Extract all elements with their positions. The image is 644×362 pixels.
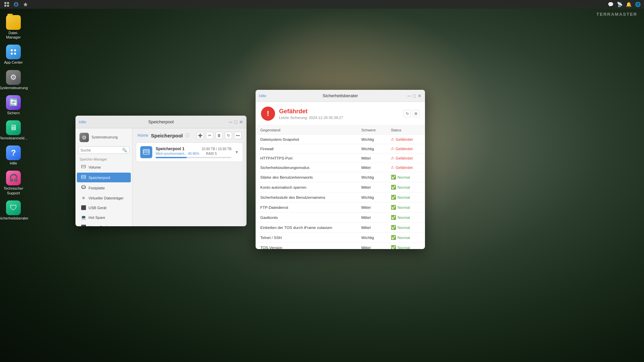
- table-row[interactable]: FirewallWichtig⚠ Gefährdet: [256, 144, 425, 154]
- svg-point-6: [14, 49, 16, 51]
- row-severity-8: Mittel: [357, 213, 386, 223]
- sicherheitsberater-close-btn[interactable]: ✕: [418, 93, 422, 99]
- table-row[interactable]: SicherheitsisolierungsmodusMittel⚠ Gefäh…: [256, 163, 425, 172]
- svg-rect-11: [82, 175, 86, 179]
- sp-nav-hotspare[interactable]: 💻 Hot Spare: [77, 213, 131, 222]
- search-icon: 🔍: [122, 148, 127, 153]
- hotspare-nav-label: Hot Spare: [89, 216, 105, 220]
- pool-expand-icon[interactable]: ▼: [235, 150, 239, 155]
- desktop-icon-app-center[interactable]: App Center: [2, 43, 25, 66]
- table-row[interactable]: Dateisystem-SnapshotWichtig⚠ Gefährdet: [256, 135, 425, 144]
- speicherpool-sidebar: ⚙ Systemsteuerung 🔍 Speicher-Manager: [75, 128, 132, 226]
- table-row[interactable]: Telnet / SSHWichtig✅ Normal: [256, 233, 425, 243]
- desktop-icon-hilfe[interactable]: ? Hilfe: [2, 144, 25, 167]
- sicherheitsberater-minimize-btn[interactable]: ─: [408, 93, 411, 99]
- sicherheitsberater-refresh-btn[interactable]: ↻: [404, 110, 411, 117]
- taskbar-icon-1[interactable]: [3, 1, 10, 8]
- svg-rect-3: [7, 5, 9, 7]
- speicherpool-toolbar: ➕ ✏ 🗑 ↻ •••: [197, 132, 241, 139]
- speicherpool-main-title: Speicherpool: [151, 133, 183, 138]
- row-status-10: ✅ Normal: [386, 233, 425, 243]
- desktop-icon-systemsteuerung[interactable]: ⚙ Systemsteuerung: [2, 68, 25, 92]
- taskbar-message-icon[interactable]: 💬: [608, 2, 613, 7]
- desktop-icon-datei-manager[interactable]: Datei-Manager: [2, 13, 25, 41]
- taskbar-left: [3, 1, 29, 8]
- row-item-5: Konto automatisch sperren: [256, 182, 357, 192]
- table-row[interactable]: HTTP/HTTPS-PortMittel⚠ Gefährdet: [256, 154, 425, 163]
- sicherheitsberater-settings-btn[interactable]: ⚙: [412, 110, 420, 117]
- toolbar-refresh-btn[interactable]: ↻: [225, 132, 232, 139]
- sp-nav-hypercache[interactable]: ⬛ Hyper Cache: [77, 223, 131, 226]
- desktop-icon-sicherheitsberater[interactable]: 🛡 Sicherheitsberater: [2, 199, 25, 222]
- sp-nav-usb[interactable]: ⬛ USB Gerät: [77, 203, 131, 212]
- speicherpool-minimize-btn[interactable]: ─: [229, 119, 232, 125]
- taskbar-network-icon[interactable]: 📡: [617, 2, 623, 7]
- pool-name: Speicherpool 1: [156, 146, 184, 151]
- table-row[interactable]: GastkontoMittel✅ Normal: [256, 213, 425, 223]
- speicherpool-close-btn[interactable]: ✕: [239, 119, 243, 125]
- pool-progress-bar-bg: [156, 157, 231, 158]
- row-severity-2: Mittel: [357, 154, 386, 163]
- svg-point-8: [14, 53, 16, 55]
- row-status-8: ✅ Normal: [386, 213, 425, 223]
- speicherpool-help-btn[interactable]: Hilfe: [79, 120, 86, 124]
- desktop-icon-sichern[interactable]: 🔄 Sichern: [2, 94, 25, 117]
- pool-type: RAID 5: [206, 152, 217, 156]
- toolbar-add-btn[interactable]: ➕: [197, 132, 204, 139]
- usb-nav-label: USB Gerät: [89, 206, 106, 210]
- sp-nav-speicherpool[interactable]: Speicherpool: [77, 173, 131, 182]
- toolbar-edit-btn[interactable]: ✏: [206, 132, 213, 139]
- speicherpool-window-buttons: ─ □ ✕: [229, 119, 243, 125]
- systemsteuerung-icon: ⚙: [6, 70, 21, 85]
- table-row[interactable]: Konto automatisch sperrenMittel✅ Normal: [256, 182, 425, 192]
- sp-nav-virtueller[interactable]: ≡ Virtueller Datenträger: [77, 193, 131, 202]
- sp-nav-festplatte[interactable]: Festplatte: [77, 183, 131, 193]
- table-row[interactable]: TOS-VersionMittel✅ Normal: [256, 243, 425, 249]
- sicherheitsberater-window-controls: ─ □ ✕: [408, 93, 422, 99]
- danger-status-icon: !: [261, 107, 275, 121]
- tech-support-icon: 🎧: [6, 171, 21, 185]
- sicherheitsberater-titlebar: Hilfe Sicherheitsberater ─ □ ✕: [256, 90, 425, 102]
- table-row[interactable]: Sicherheitsstufe des BenutzernamensWicht…: [256, 192, 425, 202]
- taskbar-globe-icon[interactable]: 🌐: [635, 2, 641, 7]
- status-main-label: Gefährdet: [279, 108, 343, 115]
- hilfe-label: Hilfe: [10, 161, 17, 166]
- sicherheitsberater-maximize-btn[interactable]: □: [413, 93, 416, 99]
- hotspare-nav-icon: 💻: [81, 215, 86, 220]
- row-status-9: ✅ Normal: [386, 223, 425, 233]
- folder-icon: [6, 15, 21, 30]
- table-row[interactable]: Einbetten der TOS durch iFrame zulassenM…: [256, 223, 425, 233]
- taskbar-icon-3[interactable]: [22, 1, 29, 8]
- row-severity-6: Wichtig: [357, 192, 386, 202]
- row-severity-4: Wichtig: [357, 172, 386, 182]
- desktop-icon-remoteanmeld[interactable]: 🖥 Remoteanmeld...: [2, 119, 25, 142]
- speicherpool-search-input[interactable]: [80, 148, 122, 152]
- sicherheitsberater-status-bar: ! Gefährdet Letzte Sicherung: 2024-12-28…: [256, 102, 425, 126]
- remote-icon: 🖥: [6, 120, 21, 135]
- desktop-icon-technischer-support[interactable]: 🎧 Technischer Support: [2, 169, 25, 197]
- toolbar-more-btn[interactable]: •••: [234, 132, 241, 139]
- table-row[interactable]: Stärke des BenutzerkennwortsWichtig✅ Nor…: [256, 172, 425, 182]
- speicherpool-maximize-btn[interactable]: □: [234, 119, 237, 125]
- terramaster-logo: TERRAMASTER: [596, 12, 637, 17]
- pool-item-1[interactable]: Speicherpool 1 10.90 TB / 10.90 TB Wird …: [136, 142, 243, 162]
- row-item-0: Dateisystem-Snapshot: [256, 135, 357, 144]
- sicherheitsberater-refresh-buttons: ↻ ⚙: [404, 110, 420, 117]
- sicherheitsberater-table-body: Dateisystem-SnapshotWichtig⚠ GefährdetFi…: [256, 135, 425, 249]
- svg-rect-1: [7, 2, 9, 4]
- sicherheitsberater-help-btn[interactable]: Hilfe: [259, 94, 266, 98]
- taskbar-notification-icon[interactable]: 🔔: [626, 2, 632, 7]
- col-schwere: Schwere: [357, 126, 386, 135]
- speicherpool-section-label: Speicher-Manager: [75, 156, 132, 162]
- svg-point-15: [82, 185, 86, 188]
- taskbar-icon-2[interactable]: [13, 1, 19, 8]
- sp-nav-volume[interactable]: Volume: [77, 162, 131, 172]
- sicherheitsberater-table-header: Gegenstand Schwere Status: [256, 126, 425, 135]
- status-sub-label: Letzte Sicherung: 2024-12-28 05:38:27: [279, 116, 343, 120]
- table-row[interactable]: FTP-DateidienstMittel✅ Normal: [256, 202, 425, 213]
- row-item-10: Telnet / SSH: [256, 233, 357, 243]
- toolbar-delete-btn[interactable]: 🗑: [215, 132, 223, 139]
- home-breadcrumb[interactable]: Home: [138, 133, 148, 138]
- pool-info: Speicherpool 1 10.90 TB / 10.90 TB Wird …: [156, 146, 231, 158]
- svg-point-4: [14, 2, 18, 6]
